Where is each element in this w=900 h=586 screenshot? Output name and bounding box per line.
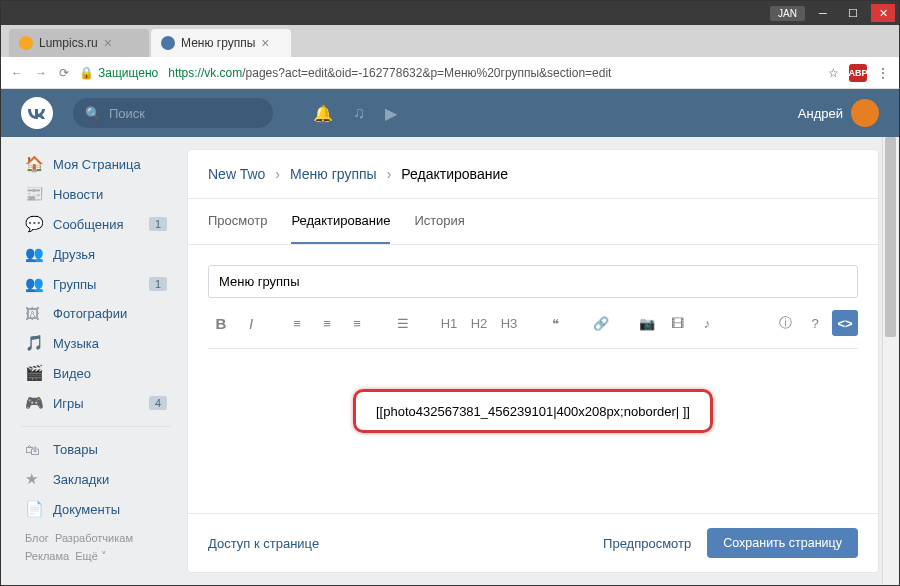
- tab-edit[interactable]: Редактирование: [291, 199, 390, 244]
- video-icon: 🎬: [25, 364, 43, 382]
- photos-icon: 🖼: [25, 305, 43, 322]
- breadcrumb-link[interactable]: Меню группы: [290, 166, 377, 182]
- photo-icon[interactable]: 📷: [634, 310, 660, 336]
- sidebar: 🏠Моя Страница 📰Новости 💬Сообщения1 👥Друз…: [21, 149, 171, 573]
- scroll-thumb[interactable]: [885, 137, 896, 337]
- bold-button[interactable]: B: [208, 310, 234, 336]
- divider: [21, 426, 171, 427]
- vk-header: 🔍 Поиск 🔔 ♫ ▶ Андрей: [1, 89, 899, 137]
- sidebar-item-documents[interactable]: 📄Документы: [21, 494, 171, 524]
- align-left-icon[interactable]: ≡: [284, 310, 310, 336]
- sidebar-item-video[interactable]: 🎬Видео: [21, 358, 171, 388]
- bookmarks-icon: ★: [25, 470, 43, 488]
- sidebar-item-music[interactable]: 🎵Музыка: [21, 328, 171, 358]
- music-icon[interactable]: ♫: [353, 104, 365, 123]
- notifications-icon[interactable]: 🔔: [313, 104, 333, 123]
- news-icon: 📰: [25, 185, 43, 203]
- editor-toolbar: B I ≡ ≡ ≡ ☰ H1 H2 H3 ❝ 🔗 📷 🎞 ♪: [208, 298, 858, 349]
- footer-link[interactable]: Ещё ˅: [75, 550, 107, 562]
- sidebar-item-market[interactable]: 🛍Товары: [21, 435, 171, 464]
- info-button[interactable]: ⓘ: [772, 310, 798, 336]
- sidebar-footer: Блог Разработчикам Реклама Ещё ˅: [21, 524, 171, 571]
- align-right-icon[interactable]: ≡: [344, 310, 370, 336]
- link-icon[interactable]: 🔗: [588, 310, 614, 336]
- sidebar-item-photos[interactable]: 🖼Фотографии: [21, 299, 171, 328]
- avatar: [851, 99, 879, 127]
- save-button[interactable]: Сохранить страницу: [707, 528, 858, 558]
- documents-icon: 📄: [25, 500, 43, 518]
- tab-title: Lumpics.ru: [39, 36, 98, 50]
- reload-button[interactable]: ⟳: [59, 66, 69, 80]
- play-icon[interactable]: ▶: [385, 104, 397, 123]
- breadcrumb: New Two› Меню группы› Редактирование: [188, 150, 878, 199]
- close-icon[interactable]: ×: [104, 35, 112, 51]
- align-center-icon[interactable]: ≡: [314, 310, 340, 336]
- wiki-code[interactable]: [[photo432567381_456239101|400x208px;nob…: [376, 404, 690, 419]
- window-titlebar: JAN ─ ☐ ✕: [1, 1, 899, 25]
- browser-tabs: Lumpics.ru × Меню группы ×: [1, 25, 899, 57]
- maximize-button[interactable]: ☐: [841, 4, 865, 22]
- badge: 1: [149, 217, 167, 231]
- url-field[interactable]: https://vk.com/pages?act=edit&oid=-16277…: [168, 66, 818, 80]
- page-title-input[interactable]: [208, 265, 858, 298]
- footer-link[interactable]: Разработчикам: [55, 532, 133, 544]
- page-tabs: Просмотр Редактирование История: [188, 199, 878, 245]
- search-icon: 🔍: [85, 106, 101, 121]
- search-input[interactable]: 🔍 Поиск: [73, 98, 273, 128]
- minimize-button[interactable]: ─: [811, 4, 835, 22]
- access-link[interactable]: Доступ к странице: [208, 536, 319, 551]
- browser-tab[interactable]: Lumpics.ru ×: [9, 29, 149, 57]
- sidebar-item-my-page[interactable]: 🏠Моя Страница: [21, 149, 171, 179]
- sidebar-item-games[interactable]: 🎮Игры4: [21, 388, 171, 418]
- forward-button[interactable]: →: [35, 66, 47, 80]
- adblock-icon[interactable]: ABP: [849, 64, 867, 82]
- badge: 1: [149, 277, 167, 291]
- footer-link[interactable]: Блог: [25, 532, 49, 544]
- preview-link[interactable]: Предпросмотр: [603, 536, 691, 551]
- sidebar-item-groups[interactable]: 👥Группы1: [21, 269, 171, 299]
- close-icon[interactable]: ×: [261, 35, 269, 51]
- main-panel: New Two› Меню группы› Редактирование Про…: [187, 149, 879, 573]
- video-tb-icon[interactable]: 🎞: [664, 310, 690, 336]
- tab-view[interactable]: Просмотр: [208, 199, 267, 244]
- browser-tab[interactable]: Меню группы ×: [151, 29, 291, 57]
- badge: 4: [149, 396, 167, 410]
- friends-icon: 👥: [25, 245, 43, 263]
- tab-title: Меню группы: [181, 36, 255, 50]
- code-button[interactable]: <>: [832, 310, 858, 336]
- breadcrumb-current: Редактирование: [401, 166, 508, 182]
- h2-button[interactable]: H2: [466, 310, 492, 336]
- italic-button[interactable]: I: [238, 310, 264, 336]
- h1-button[interactable]: H1: [436, 310, 462, 336]
- audio-icon[interactable]: ♪: [694, 310, 720, 336]
- footer-link[interactable]: Реклама: [25, 550, 69, 562]
- help-button[interactable]: ?: [802, 310, 828, 336]
- menu-icon[interactable]: ⋮: [877, 66, 889, 80]
- sidebar-item-friends[interactable]: 👥Друзья: [21, 239, 171, 269]
- window-user: JAN: [770, 6, 805, 21]
- groups-icon: 👥: [25, 275, 43, 293]
- messages-icon: 💬: [25, 215, 43, 233]
- user-menu[interactable]: Андрей: [798, 99, 879, 127]
- music-nav-icon: 🎵: [25, 334, 43, 352]
- star-icon[interactable]: ☆: [828, 66, 839, 80]
- back-button[interactable]: ←: [11, 66, 23, 80]
- vk-logo-icon[interactable]: [21, 97, 53, 129]
- h3-button[interactable]: H3: [496, 310, 522, 336]
- market-icon: 🛍: [25, 441, 43, 458]
- favicon-icon: [161, 36, 175, 50]
- page-footer: Доступ к странице Предпросмотр Сохранить…: [188, 513, 878, 572]
- sidebar-item-bookmarks[interactable]: ★Закладки: [21, 464, 171, 494]
- editor-area[interactable]: [[photo432567381_456239101|400x208px;nob…: [208, 349, 858, 493]
- close-button[interactable]: ✕: [871, 4, 895, 22]
- home-icon: 🏠: [25, 155, 43, 173]
- scrollbar[interactable]: [882, 137, 898, 584]
- list-icon[interactable]: ☰: [390, 310, 416, 336]
- tab-history[interactable]: История: [414, 199, 464, 244]
- favicon-icon: [19, 36, 33, 50]
- quote-button[interactable]: ❝: [542, 310, 568, 336]
- sidebar-item-news[interactable]: 📰Новости: [21, 179, 171, 209]
- breadcrumb-link[interactable]: New Two: [208, 166, 265, 182]
- highlight-box: [[photo432567381_456239101|400x208px;nob…: [353, 389, 713, 433]
- sidebar-item-messages[interactable]: 💬Сообщения1: [21, 209, 171, 239]
